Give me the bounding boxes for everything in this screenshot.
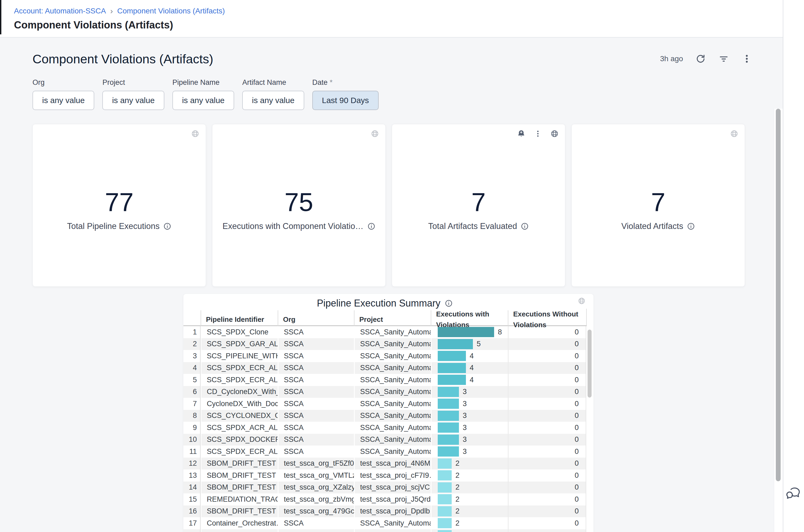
violations-bar[interactable] [438,387,459,397]
filter-label-text: Pipeline Name [172,78,220,87]
violations-bar[interactable] [438,470,452,480]
row-number-cell: 4 [183,362,201,374]
row-number-cell: 9 [183,422,201,434]
globe-icon[interactable] [578,297,585,305]
executions-with-violations-cell: 2 [431,481,508,494]
violations-count: 8 [498,328,502,336]
violations-bar[interactable] [438,518,452,528]
pipeline-identifier-cell: SCS_CYCLONEDX_GA… [201,410,278,422]
kebab-menu-icon[interactable] [534,130,542,138]
filter-icon[interactable] [718,53,729,64]
executions-with-violations-cell: 2 [431,493,508,506]
violations-bar[interactable] [438,375,466,385]
info-icon[interactable] [163,222,171,230]
violations-bar[interactable] [438,446,459,457]
executions-with-violations-cell: 3 [431,434,508,446]
filter-value-button[interactable]: is any value [33,91,94,110]
breadcrumb-account-link[interactable]: Account: Automation-SSCA [14,7,106,15]
info-icon[interactable] [521,222,529,230]
dashboard-title: Component Violations (Artifacts) [33,52,213,66]
chat-bubbles-icon[interactable] [785,485,801,501]
project-cell: SSCA_Sanity_Automa… [354,434,431,446]
violations-bar[interactable] [438,327,494,337]
app-header: Account: Automation-SSCA › Component Vio… [0,0,804,38]
filter-value-button[interactable]: is any value [172,91,234,110]
executions-with-violations-cell: 2 [431,506,508,517]
info-icon[interactable] [687,222,695,230]
kebab-menu-icon[interactable] [741,53,752,64]
violations-bar[interactable] [438,351,466,361]
filter-value-button[interactable]: is any value [242,91,304,110]
table-row: 11SCS_SPDX_ECR_ALL_…SSCASSCA_Sanity_Auto… [183,445,586,458]
table-row: 5SCS_SPDX_ECR_ALL_…SSCASSCA_Sanity_Autom… [183,374,586,386]
refresh-icon[interactable] [695,53,706,64]
row-number-cell: 12 [183,458,201,470]
globe-icon[interactable] [730,130,738,138]
filter-date: Date*Last 90 Days [312,78,379,110]
pipeline-identifier-cell: SBOM_DRIFT_TEST [201,481,278,494]
project-cell: SSCA_Sanity_Automa… [354,410,431,422]
executions-without-violations-cell: 0 [508,434,586,446]
violations-bar[interactable] [438,458,452,469]
violations-bar[interactable] [438,363,466,373]
executions-with-violations-cell: 5 [431,338,508,350]
bell-plus-icon[interactable] [517,130,525,138]
org-cell: SSCA [278,398,354,410]
metric-value: 7 [572,187,745,217]
violations-bar[interactable] [438,506,452,516]
required-asterisk: * [330,78,333,87]
metric-label: Violated Artifacts [572,222,745,231]
info-icon[interactable] [445,299,453,307]
org-cell: SSCA [278,517,354,529]
violations-count: 3 [463,435,467,444]
org-cell: SSCA [278,422,354,434]
pipeline-identifier-cell: SCS_SPDX_DOCKER_… [201,434,278,446]
page-scrollbar-thumb[interactable] [776,109,781,481]
violations-bar[interactable] [438,399,459,409]
executions-without-violations-cell: 0 [508,445,586,458]
executions-with-violations-cell: 3 [431,410,508,422]
violations-count: 2 [455,507,460,515]
table-scrollbar-thumb[interactable] [587,329,592,398]
info-icon[interactable] [367,222,375,230]
violations-count: 4 [470,364,474,372]
filter-value-button[interactable]: is any value [102,91,164,110]
pipeline-identifier-cell: Container_Orchestrat… [201,517,278,529]
violations-bar[interactable] [438,422,459,433]
executions-with-violations-cell: 4 [431,350,508,362]
violations-bar[interactable] [438,530,452,532]
metric-label: Total Pipeline Executions [33,222,206,231]
project-cell: SSCA_Sanity_Automa… [354,338,431,350]
org-cell: SSCA [278,326,354,338]
globe-icon[interactable] [371,130,379,138]
violations-bar[interactable] [438,482,452,493]
pipeline-identifier-cell: SCS_SPDX_ECR_ALL_… [201,362,278,374]
globe-icon[interactable] [191,130,199,138]
last-refreshed-label: 3h ago [660,55,683,63]
breadcrumb-current-link[interactable]: Component Violations (Artifacts) [117,7,225,15]
filter-value-button[interactable]: Last 90 Days [312,91,379,110]
filter-bar: Orgis any valueProjectis any valuePipeli… [33,78,379,110]
card-icons [191,130,199,138]
org-cell: test_ssca_org_XZalzy… [278,481,354,494]
project-cell: SSCA_Sanity_Automa… [354,386,431,398]
table-row: 4SCS_SPDX_ECR_ALL_…SSCASSCA_Sanity_Autom… [183,362,586,374]
violations-bar[interactable] [438,435,459,445]
org-cell: test_ssca_org_tF5Zf0… [278,458,354,470]
executions-without-violations-cell: 0 [508,422,586,434]
org-cell: SSCA [278,374,354,386]
violations-bar[interactable] [438,339,473,349]
table-title-row: Pipeline Execution Summary [183,298,586,309]
violations-count: 3 [463,423,467,432]
globe-icon[interactable] [550,130,559,138]
row-number-cell: 17 [183,517,201,529]
right-gutter [783,0,804,532]
pipeline-identifier-cell: REMEDIATION_TRAC… [201,493,278,506]
pipeline-identifier-cell: SCS_SPDX_GAR_ALL… [201,338,278,350]
violations-bar[interactable] [438,411,459,421]
filter-org: Orgis any value [33,78,94,110]
violations-bar[interactable] [438,494,452,505]
metric-value: 77 [33,187,206,217]
project-cell: test_ssca_proj_scjVC… [354,481,431,494]
column-header-line1: Executions with [436,309,508,319]
